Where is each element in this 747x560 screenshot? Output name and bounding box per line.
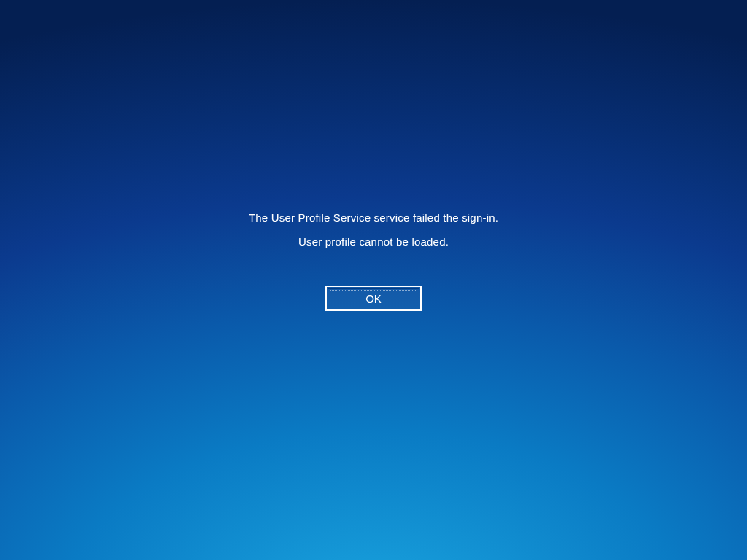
error-message-line1: The User Profile Service service failed …: [249, 211, 498, 224]
ok-button[interactable]: OK: [325, 286, 422, 311]
error-dialog: The User Profile Service service failed …: [0, 211, 747, 311]
error-message-line2: User profile cannot be loaded.: [298, 236, 449, 248]
login-error-screen: The User Profile Service service failed …: [0, 0, 747, 560]
